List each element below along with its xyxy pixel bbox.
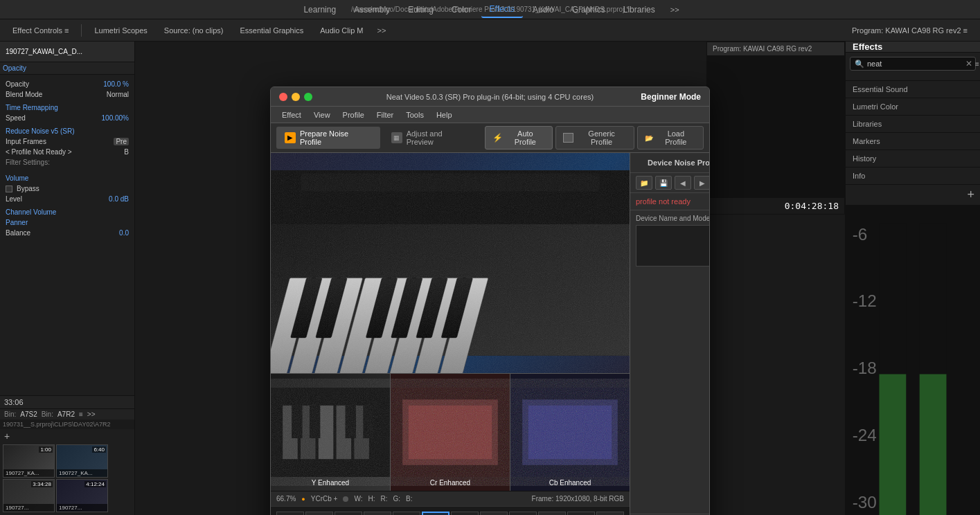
file-path: /users/rodrigo/Documents/Adobe/Premiere … — [351, 6, 629, 13]
add-btn-row: + — [0, 429, 134, 442]
frame-12[interactable] — [596, 512, 624, 516]
dialog-menu: Effect View Profile Filter Tools Help — [271, 107, 709, 123]
frame-7[interactable] — [451, 512, 479, 516]
noise-tool-prev[interactable]: ◀ — [675, 176, 691, 190]
thumb-1-time: 1:00 — [39, 446, 53, 453]
tab-essential-graphics[interactable]: Essential Graphics — [233, 24, 310, 37]
g-label: G: — [393, 495, 400, 503]
frame-8[interactable] — [480, 512, 508, 516]
minimize-button[interactable] — [292, 93, 300, 101]
auto-icon: ⚡ — [492, 133, 503, 143]
device-name-label: Device Name and Mode: — [630, 210, 710, 224]
add-button[interactable]: + — [4, 431, 10, 442]
thumbnail-2[interactable]: 190727_KA... 6:40 — [56, 444, 108, 478]
search-input[interactable] — [867, 60, 963, 68]
search-options[interactable]: ≡ — [975, 60, 979, 68]
search-clear-button[interactable]: ✕ — [965, 59, 972, 69]
divider — [81, 24, 82, 37]
essential-sound-section[interactable]: Essential Sound — [846, 80, 980, 98]
profile-value: B — [124, 148, 129, 156]
bin-menu[interactable]: ≡ — [79, 410, 83, 418]
frame-4[interactable] — [364, 512, 391, 516]
tab-audio-clip[interactable]: Audio Clip M — [313, 24, 370, 37]
nav-more[interactable]: >> — [665, 3, 685, 17]
left-panel-header: 190727_KAWAI_CA_D... — [0, 42, 134, 62]
auto-profile-label: Auto Profile — [506, 129, 544, 146]
generic-profile-button[interactable]: Generic Profile — [555, 126, 634, 150]
level-label: Level — [6, 195, 106, 203]
program-video-area — [707, 56, 844, 198]
tab-program[interactable]: Program: KAWAI CA98 RG rev2 ≡ — [845, 24, 974, 37]
load-profile-button[interactable]: 📂 Load Profile — [637, 126, 704, 150]
noise-tool-folder[interactable]: 📁 — [636, 176, 652, 190]
balance-row: Balance 0.0 — [3, 228, 132, 238]
menu-filter[interactable]: Filter — [371, 109, 399, 120]
device-name-box[interactable] — [636, 225, 710, 266]
thumbnail-3[interactable]: 190727... 3:34:28 — [3, 479, 55, 512]
sub-video-cr: Cr Enhanced — [391, 374, 510, 491]
nav-learning[interactable]: Learning — [295, 2, 344, 17]
menu-help[interactable]: Help — [431, 109, 458, 120]
frame-10[interactable] — [538, 512, 566, 516]
generic-profile-label: Generic Profile — [576, 129, 626, 146]
sub-videos: Y Enhanced Cr Enhanced — [271, 373, 630, 491]
noise-tool-next[interactable]: ▶ — [694, 176, 710, 190]
maximize-button[interactable] — [304, 93, 312, 101]
tab-lumetri-scopes[interactable]: Lumetri Scopes — [87, 24, 154, 37]
menu-effect[interactable]: Effect — [276, 109, 307, 120]
tab-effect-controls[interactable]: Effect Controls ≡ — [6, 24, 75, 37]
bypass-row: Bypass — [3, 183, 132, 194]
frame-5[interactable] — [393, 512, 420, 516]
info-section[interactable]: Info — [846, 167, 980, 184]
bypass-checkbox[interactable] — [6, 186, 12, 192]
menu-tools[interactable]: Tools — [400, 109, 429, 120]
thumbnail-1[interactable]: 190727_KA... 1:00 — [3, 444, 55, 478]
svg-rect-40 — [880, 374, 907, 516]
frame-2[interactable] — [305, 512, 333, 516]
audio-meter: -6 -12 -18 -24 -30 -36 -42 — [846, 205, 980, 515]
bin-more[interactable]: >> — [87, 410, 96, 418]
input-frames-row: Input Frames Pre — [3, 136, 132, 147]
dialog-overlay: Neat Video 5.0.3 (SR) Pro plug-in (64-bi… — [270, 83, 710, 515]
frame-6-selected[interactable] — [422, 512, 449, 516]
svg-rect-29 — [271, 388, 390, 477]
tab-source[interactable]: Source: (no clips) — [157, 24, 231, 37]
search-bar: 🔍 ✕ ≡ ⊞ — [850, 57, 976, 71]
dialog-body: Y Enhanced Cr Enhanced — [271, 153, 709, 515]
noise-spacer — [630, 268, 710, 514]
thumb-3-time: 3:34:28 — [31, 481, 53, 487]
svg-text:-6: -6 — [853, 225, 868, 244]
frame-9[interactable] — [509, 512, 537, 516]
traffic-lights — [279, 93, 312, 101]
thumb-2-time: 6:40 — [92, 446, 106, 453]
program-timecode: 0:04:28:18 — [707, 198, 844, 214]
clip-path: 190731__S.prproj\CLIPS\DAY02\A7R2 — [0, 419, 134, 429]
program-monitor-bg: Program: KAWAI CA98 RG rev2 0:04:28:18 — [706, 42, 845, 215]
tab-prepare[interactable]: ▶ Prepare Noise Profile — [276, 127, 380, 149]
frame-11[interactable] — [567, 512, 595, 516]
menu-profile[interactable]: Profile — [337, 109, 370, 120]
history-section[interactable]: History — [846, 150, 980, 167]
program-monitor-header: Program: KAWAI CA98 RG rev2 — [707, 42, 844, 56]
frame-1[interactable] — [276, 512, 304, 516]
effects-panel: Effects 🔍 ✕ ≡ ⊞ ▶ 📁 Presets ▶ 📁 Lumetri … — [845, 42, 980, 515]
tab-adjust[interactable]: ▦ Adjust and Preview — [383, 127, 479, 149]
menu-view[interactable]: View — [308, 109, 336, 120]
second-bar-more[interactable]: >> — [373, 24, 391, 37]
left-panel-tab[interactable]: 190727_KAWAI_CA_D... — [6, 48, 82, 55]
r-label: R: — [380, 495, 387, 503]
frame-3[interactable] — [335, 512, 362, 516]
libraries-section[interactable]: Libraries — [846, 115, 980, 132]
lumetri-color-section[interactable]: Lumetri Color — [846, 98, 980, 115]
cr-enhanced-label: Cr Enhanced — [430, 479, 470, 487]
close-button[interactable] — [279, 93, 287, 101]
markers-section[interactable]: Markers — [846, 132, 980, 150]
thumbnail-4[interactable]: 190727... 4:12:24 — [56, 479, 108, 512]
tab-adjust-label: Adjust and Preview — [407, 129, 472, 146]
auto-profile-button[interactable]: ⚡ Auto Profile — [485, 126, 552, 150]
panner-title: Panner — [3, 217, 132, 228]
add-effect-button[interactable]: + — [967, 188, 974, 202]
noise-panel-toolbar: 📁 💾 ◀ ▶ ℹ — [630, 173, 710, 193]
bin-label: Bin: — [4, 410, 16, 418]
noise-tool-save[interactable]: 💾 — [655, 176, 672, 190]
